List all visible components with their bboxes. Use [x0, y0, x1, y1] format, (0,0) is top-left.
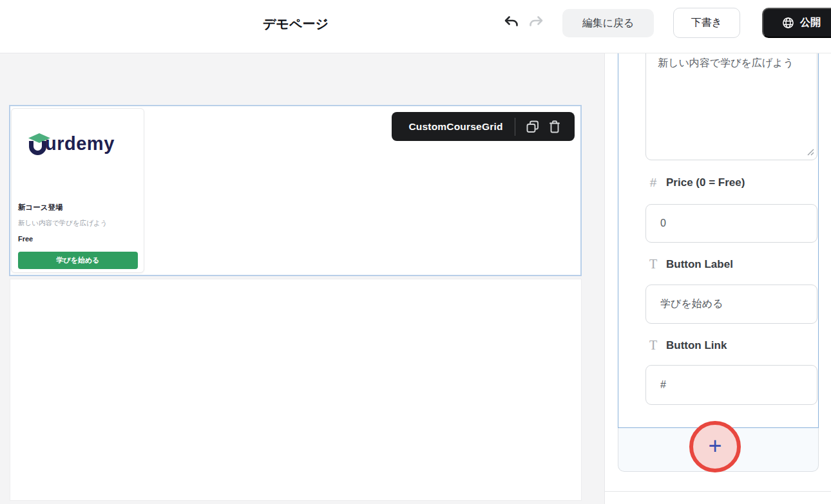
undo-icon [502, 14, 521, 32]
publish-button[interactable]: 公開 [762, 8, 831, 38]
brand-logo: urdemy [26, 132, 129, 162]
inspector-sidebar: 新しい内容で学びを広げよう # Price (0 = Free) T Butto… [605, 53, 831, 504]
hash-icon: # [648, 176, 658, 190]
duplicate-block-button[interactable] [522, 116, 544, 138]
button-label-field-label: T Button Label [648, 257, 733, 272]
draft-button[interactable]: 下書き [673, 8, 740, 38]
add-block-button[interactable]: + [689, 421, 741, 472]
logo-u-glyph [29, 141, 46, 155]
logo-text: urdemy [45, 133, 115, 154]
page-title: デモページ [263, 15, 329, 33]
inspector-panel: 新しい内容で学びを広げよう # Price (0 = Free) T Butto… [618, 44, 819, 428]
redo-button[interactable] [527, 14, 545, 32]
lower-page-section[interactable] [10, 279, 582, 501]
block-toolbar: CustomCourseGrid [392, 112, 575, 141]
resize-handle-icon[interactable] [807, 149, 814, 156]
price-label-text: Price (0 = Free) [666, 176, 745, 189]
globe-icon [782, 17, 794, 29]
copy-icon [526, 120, 540, 134]
back-to-edit-button[interactable]: 編集に戻る [562, 9, 654, 37]
card-cta-button[interactable]: 学びを始める [18, 252, 138, 269]
canvas-area: 50% (Auto) urdemy 新コース登場 新しい内容で学びを広げよう F… [0, 53, 605, 504]
button-link-field-label: T Button Link [648, 338, 727, 353]
text-icon: T [648, 257, 658, 272]
text-icon: T [648, 338, 658, 353]
block-name: CustomCourseGrid [401, 121, 511, 133]
block-toolbar-divider [515, 118, 515, 136]
button-label-label-text: Button Label [666, 258, 733, 271]
undo-button[interactable] [502, 14, 521, 32]
button-link-label-text: Button Link [666, 339, 727, 352]
price-input[interactable] [645, 204, 817, 243]
card-price: Free [18, 235, 33, 243]
button-link-input[interactable] [645, 365, 817, 405]
publish-label: 公開 [800, 16, 821, 30]
trash-icon [548, 120, 561, 134]
price-field-label: # Price (0 = Free) [648, 176, 745, 190]
editor-header: デモページ 編集に戻る 下書き 公開 [0, 0, 831, 53]
card-title: 新コース登場 [18, 203, 63, 212]
redo-icon [527, 14, 545, 32]
course-card[interactable]: urdemy 新コース登場 新しい内容で学びを広げよう Free 学びを始める [11, 108, 144, 273]
sidebar-divider [605, 491, 831, 492]
button-label-input[interactable] [645, 285, 817, 324]
card-description: 新しい内容で学びを広げよう [18, 219, 107, 228]
plus-icon: + [708, 434, 721, 458]
description-textarea[interactable]: 新しい内容で学びを広げよう [645, 46, 817, 160]
delete-block-button[interactable] [544, 116, 566, 138]
